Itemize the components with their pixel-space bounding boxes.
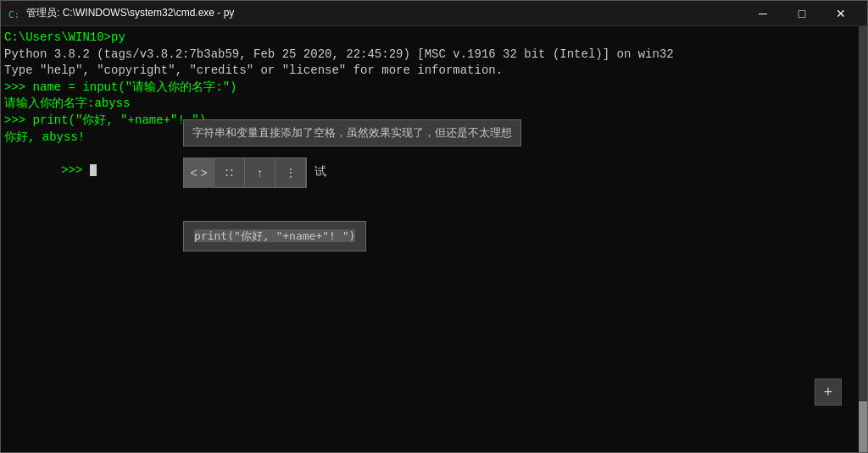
cmd-line-3: Type "help", "copyright", "credits" or "… [4,63,855,80]
scrollbar-thumb[interactable] [859,401,867,452]
cmd-output: C:\Users\WIN10>py Python 3.8.2 (tags/v3.… [1,26,859,452]
up-icon: ↑ [257,166,263,180]
window-controls: ─ □ ✕ [743,1,860,26]
toolbar-up-btn[interactable]: ↑ [245,157,275,188]
code-snippet-text: print("你好, "+name+"! ") [194,229,355,242]
cmd-body: C:\Users\WIN10>py Python 3.8.2 (tags/v3.… [1,26,867,452]
test-label: 试 [314,164,326,180]
cmd-line-2: Python 3.8.2 (tags/v3.8.2:7b3ab59, Feb 2… [4,47,855,64]
title-bar: C: 管理员: C:\WINDOWS\system32\cmd.exe - py… [1,1,867,26]
code-icon: < > [190,166,207,180]
scrollbar[interactable] [859,26,867,452]
toolbar-grid-btn[interactable]: ∷ [214,157,245,188]
cmd-line-1: C:\Users\WIN10>py [4,30,855,47]
cmd-line-4: >>> name = input("请输入你的名字:") [4,80,855,97]
toolbar-code-btn[interactable]: < > [184,157,214,188]
plus-button[interactable]: + [815,378,842,406]
maximize-button[interactable]: □ [782,1,821,26]
svg-text:C:: C: [8,9,19,20]
cmd-window: C: 管理员: C:\WINDOWS\system32\cmd.exe - py… [0,0,868,453]
close-button[interactable]: ✕ [821,1,860,26]
window-title: 管理员: C:\WINDOWS\system32\cmd.exe - py [26,6,743,20]
minimize-button[interactable]: ─ [743,1,782,26]
cmd-line-5: 请输入你的名字:abyss [4,96,855,113]
grid-icon: ∷ [225,166,233,180]
more-icon: ⋮ [285,166,297,180]
cmd-icon: C: [8,7,21,20]
toolbar-overlay: < > ∷ ↑ ⋮ [183,157,307,188]
code-snippet: print("你好, "+name+"! ") [183,221,366,251]
tooltip-text: 字符串和变量直接添加了空格，虽然效果实现了，但还是不太理想 [192,126,512,139]
cmd-line-8: >>> [4,146,855,196]
tooltip-popup: 字符串和变量直接添加了空格，虽然效果实现了，但还是不太理想 [183,119,521,146]
toolbar-more-btn[interactable]: ⋮ [275,157,306,188]
cursor [90,164,97,176]
